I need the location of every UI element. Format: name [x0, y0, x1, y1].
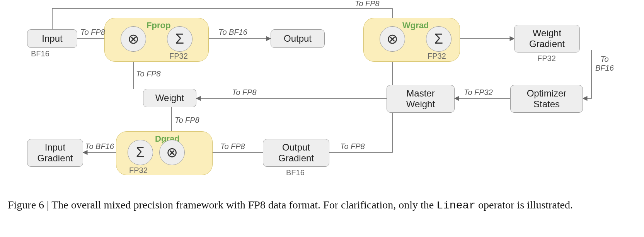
edge-label-fprop-output: To BF16 — [218, 28, 247, 37]
fprop-acc-dtype: FP32 — [169, 52, 188, 61]
opgroup-fprop: Fprop — [104, 18, 209, 62]
fprop-mul-icon: ⊗ — [121, 26, 146, 52]
edge-label-master-weight: To FP8 — [232, 88, 257, 97]
node-input-gradient: Input Gradient — [27, 139, 83, 167]
caption-prefix: Figure 6 | The overall mixed precision f… — [8, 199, 436, 211]
node-weight-label: Weight — [155, 93, 184, 103]
edge-label-dgrad-inputgrad: To BF16 — [85, 142, 114, 151]
figure-caption: Figure 6 | The overall mixed precision f… — [8, 198, 636, 213]
wgrad-mul-icon: ⊗ — [380, 26, 405, 52]
edge-outgrad-wgrad — [329, 51, 392, 152]
edge-wgrad-opt — [583, 50, 591, 98]
node-input-label: Input — [42, 33, 62, 44]
mul-glyph: ⊗ — [128, 31, 139, 47]
node-optimizer-states: Optimizer States — [510, 85, 583, 113]
dgrad-mul-icon: ⊗ — [159, 140, 185, 165]
sum-glyph: Σ — [136, 144, 145, 161]
dgrad-sum-icon: Σ — [128, 140, 153, 165]
node-output: Output — [271, 29, 325, 48]
caption-suffix: operator is illustrated. — [475, 199, 573, 211]
edge-label-input-wgrad: To FP8 — [355, 0, 380, 8]
diagram-canvas: Input BF16 Fprop ⊗ Σ FP32 Output Wgrad ⊗… — [0, 0, 644, 237]
dtype-output-gradient: BF16 — [286, 168, 305, 177]
sum-glyph: Σ — [434, 31, 443, 47]
node-weight-gradient: Weight Gradient — [514, 25, 580, 52]
node-weight-gradient-label: Weight Gradient — [529, 28, 565, 49]
node-master-weight-label: Master Weight — [406, 88, 435, 109]
wgrad-acc-dtype: FP32 — [428, 52, 446, 61]
node-master-weight: Master Weight — [387, 85, 455, 113]
node-output-gradient: Output Gradient — [263, 139, 329, 167]
edge-label-weight-dgrad: To FP8 — [175, 116, 199, 125]
edge-label-wgrad-opt: To BF16 — [595, 55, 614, 73]
mul-glyph: ⊗ — [387, 31, 398, 47]
node-output-gradient-label: Output Gradient — [278, 142, 314, 163]
node-input-gradient-label: Input Gradient — [37, 142, 73, 163]
dgrad-acc-dtype: FP32 — [129, 166, 148, 175]
node-input: Input — [27, 29, 77, 48]
fprop-sum-icon: Σ — [167, 26, 193, 52]
caption-mono: Linear — [436, 200, 475, 212]
dtype-input: BF16 — [31, 49, 49, 58]
opgroup-fprop-title: Fprop — [147, 20, 170, 30]
opgroup-wgrad-title: Wgrad — [402, 20, 429, 30]
edge-label-outgrad-wgrad: To FP8 — [340, 142, 365, 151]
edge-label-weight-fprop: To FP8 — [136, 69, 161, 78]
edge-label-opt-master: To FP32 — [464, 88, 493, 97]
wgrad-sum-icon: Σ — [426, 26, 451, 52]
edge-label-outgrad-dgrad: To FP8 — [220, 142, 245, 151]
dtype-wgrad: FP32 — [537, 54, 556, 63]
edge-label-input-fprop: To FP8 — [80, 28, 105, 37]
node-optimizer-states-label: Optimizer States — [527, 88, 567, 109]
node-output-label: Output — [284, 33, 312, 44]
node-weight: Weight — [143, 89, 196, 107]
sum-glyph: Σ — [175, 31, 184, 47]
edge-input-wgrad — [52, 8, 392, 29]
mul-glyph: ⊗ — [166, 144, 178, 161]
